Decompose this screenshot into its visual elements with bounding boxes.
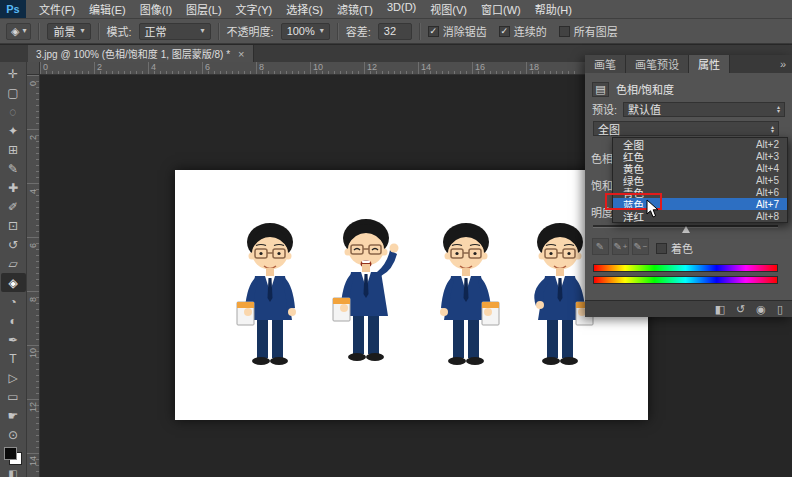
slider-handle[interactable] [682,226,690,233]
colorize-checkbox[interactable]: 着色 [656,240,693,256]
photoshop-logo[interactable]: Ps [0,0,26,18]
foreground-color-swatch[interactable] [4,447,17,460]
tool-icon: ✚ [8,181,18,195]
menu-item[interactable]: 滤镜(T) [330,1,380,17]
menu-item[interactable]: 选择(S) [279,1,330,17]
hand-tool[interactable]: ☛ [1,406,26,425]
pen-tool[interactable]: ✒ [1,330,26,349]
antialias-checkbox[interactable]: ✓ 消除锯齿 [428,23,487,39]
select-arrows-icon: ▴▾ [771,125,774,133]
ruler-number: 2 [27,129,39,183]
channel-item-magentas[interactable]: 洋红 Alt+8 [613,210,787,222]
tool-icon: ◈ [8,276,17,290]
option-checkboxes: ✓ 消除锯齿 ✓ 连续的 所有图层 [428,23,618,39]
tolerance-input[interactable]: 32 [378,23,412,40]
eyedropper-sample-button[interactable]: ✎ [592,238,609,255]
mouse-cursor-icon [646,199,660,219]
clip-to-layer-icon[interactable]: ◧ [715,304,725,315]
blur-tool[interactable]: ◔ [1,292,26,311]
tool-icon: ✎ [8,162,18,176]
move-tool[interactable]: ✛ [1,64,26,83]
dropdown-item-shortcut: Alt+8 [756,211,779,222]
eyedropper-modifier: − [643,242,648,251]
eyedropper-add-button[interactable]: ✎ + [612,238,629,255]
color-swatches [3,446,23,466]
paint-bucket-icon: ◈ [11,25,19,38]
zoom-tool[interactable]: ⊙ [1,425,26,444]
dropdown-item-shortcut: Alt+7 [756,199,779,210]
divider [38,23,40,40]
dodge-tool[interactable]: ◐ [1,311,26,330]
reset-icon[interactable]: ↺ [736,304,745,315]
divider [337,23,339,40]
tool-preset-picker[interactable]: ◈ ▾ [6,23,31,40]
magic-wand-tool[interactable]: ✦ [1,121,26,140]
cartoon-businessmen-illustration [175,170,648,420]
document-canvas[interactable] [175,170,648,420]
checkbox-label: 连续的 [514,23,547,39]
dropdown-item-shortcut: Alt+2 [756,139,779,150]
tool-list: ✛ ▢ ◌ ✦ ⊞ ✎ [1,64,26,444]
ruler-number: 2 [94,62,148,74]
crop-tool[interactable]: ⊞ [1,140,26,159]
eraser-tool[interactable]: ▱ [1,254,26,273]
paint-bucket-tool[interactable]: ◈ [1,273,26,292]
menu-item[interactable]: 文件(F) [32,1,82,17]
healing-brush-tool[interactable]: ✚ [1,178,26,197]
ruler-number: 4 [148,62,202,74]
tab-brush[interactable]: 画笔 [585,55,626,73]
document-tab-title: 3.jpg @ 100% (色相/饱和度 1, 图层蒙版/8) * [36,46,230,61]
divider [98,23,100,40]
visibility-icon[interactable]: ◉ [756,304,766,315]
close-icon[interactable]: × [238,48,244,60]
mode-select[interactable]: 正常 ▾ [139,23,211,40]
brush-tool[interactable]: ✐ [1,197,26,216]
document-tab[interactable]: 3.jpg @ 100% (色相/饱和度 1, 图层蒙版/8) * × [28,45,254,62]
tab-brush-presets[interactable]: 画笔预设 [626,55,689,73]
marquee-tool[interactable]: ▢ [1,83,26,102]
contiguous-checkbox[interactable]: ✓ 连续的 [499,23,547,39]
preset-select[interactable]: 默认值 ▴▾ [623,102,785,117]
mode-label: 模式: [107,23,132,39]
ruler-origin-corner[interactable] [27,62,40,75]
channel-select[interactable]: 全图 ▴▾ [593,121,779,136]
menu-item[interactable]: 编辑(E) [82,1,133,17]
tab-properties[interactable]: 属性 [689,55,730,73]
menu-item[interactable]: 3D(D) [380,1,423,17]
colorize-label: 着色 [671,240,693,256]
menu-item[interactable]: 窗口(W) [474,1,528,17]
tool-icon: ◐ [9,314,16,328]
all-layers-checkbox[interactable]: 所有图层 [559,23,618,39]
eyedropper-tool[interactable]: ✎ [1,159,26,178]
tool-icon: ✒ [8,333,18,347]
quick-mask-button[interactable]: ◧ [1,466,26,477]
menu-item[interactable]: 视图(V) [423,1,474,17]
eyedropper-buttons: ✎ ✎ + ✎ − [592,238,649,255]
panel-more-button[interactable]: » [774,55,792,73]
fill-source-select[interactable]: 前景 ▾ [47,23,90,40]
history-brush-tool[interactable]: ↺ [1,235,26,254]
shape-tool[interactable]: ▭ [1,387,26,406]
tool-icon: ◌ [9,105,16,119]
menu-item[interactable]: 帮助(H) [528,1,579,17]
checkbox-label: 消除锯齿 [443,23,487,39]
preset-row: 预设: 默认值 ▴▾ [592,101,785,117]
menu-item[interactable]: 文字(Y) [229,1,280,17]
quick-mask-icon: ◧ [8,468,17,477]
menu-item[interactable]: 图像(I) [133,1,179,17]
tool-icon: ✦ [8,124,18,138]
type-tool[interactable]: T [1,349,26,368]
vertical-ruler[interactable]: 02468101214 [27,75,40,477]
hue-spectrum-bar-bottom[interactable] [593,276,778,284]
lightness-slider[interactable] [593,225,778,228]
ruler-number: 8 [27,291,39,345]
opacity-input[interactable]: 100% ▾ [281,23,330,40]
menu-item[interactable]: 图层(L) [179,1,228,17]
eyedropper-subtract-button[interactable]: ✎ − [632,238,649,255]
delete-icon[interactable]: ▯ [777,304,783,315]
clone-stamp-tool[interactable]: ⊡ [1,216,26,235]
path-selection-tool[interactable]: ▷ [1,368,26,387]
lasso-tool[interactable]: ◌ [1,102,26,121]
ruler-number: 10 [27,345,39,399]
options-bar: ◈ ▾ 前景 ▾ 模式: 正常 ▾ 不透明度: 100% ▾ 容差: 32 [0,19,792,44]
